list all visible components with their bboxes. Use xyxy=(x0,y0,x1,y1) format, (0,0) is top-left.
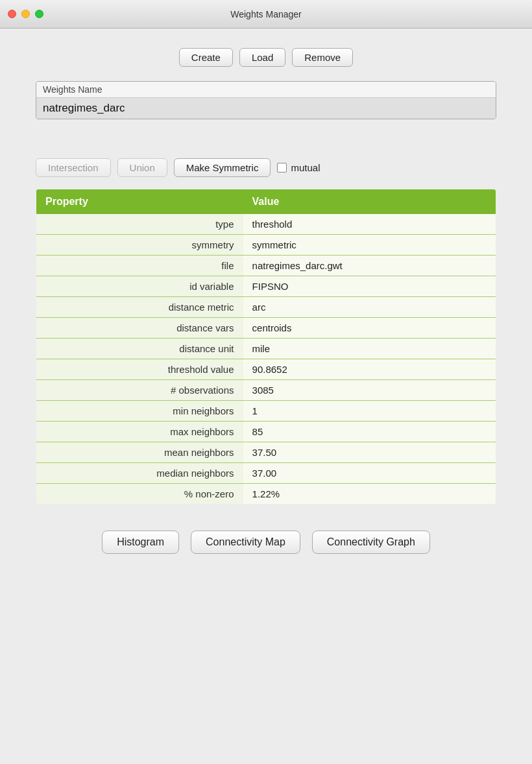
table-cell-value: mile xyxy=(243,339,496,359)
mutual-group: mutual xyxy=(277,162,320,173)
column-header-property: Property xyxy=(36,189,243,215)
table-row: distance varscentroids xyxy=(36,318,496,339)
table-cell-property: mean neighbors xyxy=(36,442,243,463)
properties-table: Property Value typethresholdsymmetrysymm… xyxy=(36,189,496,505)
make-symmetric-button[interactable]: Make Symmetric xyxy=(174,158,271,177)
table-cell-value: threshold xyxy=(243,214,496,235)
table-cell-value: 3085 xyxy=(243,380,496,401)
table-cell-property: type xyxy=(36,214,243,235)
table-cell-property: threshold value xyxy=(36,359,243,380)
table-row: threshold value90.8652 xyxy=(36,359,496,380)
table-cell-value: 37.50 xyxy=(243,442,496,463)
union-button[interactable]: Union xyxy=(117,158,167,177)
table-cell-property: min neighbors xyxy=(36,401,243,422)
histogram-button[interactable]: Histogram xyxy=(102,531,179,554)
table-cell-property: file xyxy=(36,256,243,276)
table-cell-property: # observations xyxy=(36,380,243,401)
table-cell-value: 90.8652 xyxy=(243,359,496,380)
table-cell-property: symmetry xyxy=(36,235,243,256)
table-row: median neighbors37.00 xyxy=(36,463,496,484)
connectivity-graph-button[interactable]: Connectivity Graph xyxy=(312,531,430,554)
maximize-button[interactable] xyxy=(35,10,43,18)
table-cell-property: distance metric xyxy=(36,297,243,318)
weights-name-label: Weights Name xyxy=(36,82,496,98)
column-header-value: Value xyxy=(243,189,496,215)
close-button[interactable] xyxy=(8,10,16,18)
table-cell-value: 1 xyxy=(243,401,496,422)
table-row: typethreshold xyxy=(36,214,496,235)
table-cell-property: distance vars xyxy=(36,318,243,339)
table-cell-property: distance unit xyxy=(36,339,243,359)
table-row: mean neighbors37.50 xyxy=(36,442,496,463)
minimize-button[interactable] xyxy=(21,10,30,18)
main-content: Create Load Remove Weights Name natregim… xyxy=(0,29,532,764)
mutual-checkbox[interactable] xyxy=(277,163,287,173)
table-cell-property: max neighbors xyxy=(36,422,243,442)
symmetry-row: Intersection Union Make Symmetric mutual xyxy=(36,158,496,177)
table-row: filenatregimes_darc.gwt xyxy=(36,256,496,276)
table-row: max neighbors85 xyxy=(36,422,496,442)
table-row: distance unitmile xyxy=(36,339,496,359)
table-cell-value: FIPSNO xyxy=(243,276,496,297)
table-row: distance metricarc xyxy=(36,297,496,318)
table-cell-value: symmetric xyxy=(243,235,496,256)
intersection-button[interactable]: Intersection xyxy=(36,158,111,177)
connectivity-map-button[interactable]: Connectivity Map xyxy=(191,531,300,554)
toolbar: Create Load Remove xyxy=(36,48,496,67)
create-button[interactable]: Create xyxy=(179,48,233,67)
remove-button[interactable]: Remove xyxy=(292,48,353,67)
table-cell-property: id variable xyxy=(36,276,243,297)
table-cell-value: 85 xyxy=(243,422,496,442)
table-cell-property: % non-zero xyxy=(36,484,243,505)
window-controls[interactable] xyxy=(8,10,43,18)
weights-name-container: Weights Name natregimes_darc xyxy=(36,81,496,119)
table-cell-value: arc xyxy=(243,297,496,318)
table-cell-value: centroids xyxy=(243,318,496,339)
weights-name-value: natregimes_darc xyxy=(36,98,496,119)
table-row: # observations3085 xyxy=(36,380,496,401)
title-bar: Weights Manager xyxy=(0,0,532,29)
table-cell-value: 37.00 xyxy=(243,463,496,484)
window-title: Weights Manager xyxy=(230,9,301,19)
table-row: id variableFIPSNO xyxy=(36,276,496,297)
table-row: % non-zero1.22% xyxy=(36,484,496,505)
table-header-row: Property Value xyxy=(36,189,496,215)
table-row: min neighbors1 xyxy=(36,401,496,422)
table-cell-property: median neighbors xyxy=(36,463,243,484)
load-button[interactable]: Load xyxy=(239,48,285,67)
table-cell-value: natregimes_darc.gwt xyxy=(243,256,496,276)
table-cell-value: 1.22% xyxy=(243,484,496,505)
mutual-label: mutual xyxy=(291,162,320,173)
table-row: symmetrysymmetric xyxy=(36,235,496,256)
bottom-toolbar: Histogram Connectivity Map Connectivity … xyxy=(36,531,496,554)
